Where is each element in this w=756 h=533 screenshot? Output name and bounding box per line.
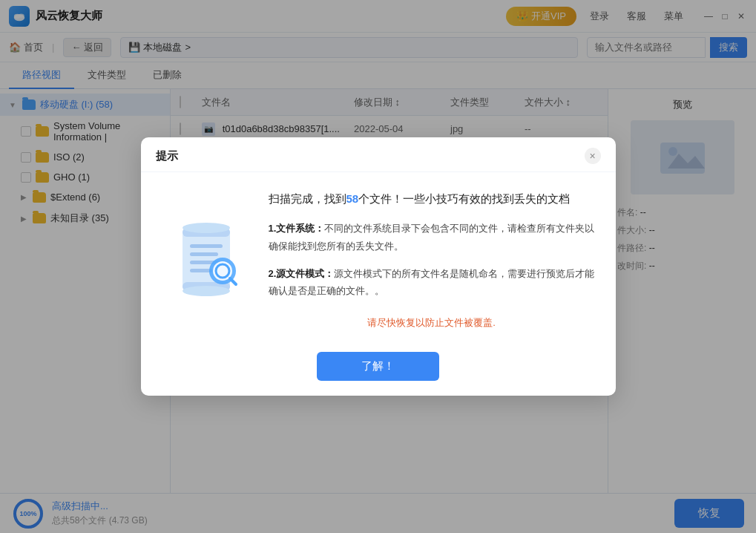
modal-dialog: 提示 × — [141, 137, 616, 396]
svg-rect-14 — [190, 269, 212, 272]
modal-content: 扫描完成，找到58个文件！一些小技巧有效的找到丢失的文档 1.文件系统：不同的文… — [269, 190, 595, 333]
point1-label: 1.文件系统： — [269, 223, 325, 234]
svg-point-20 — [183, 286, 230, 296]
modal-body: 扫描完成，找到58个文件！一些小技巧有效的找到丢失的文档 1.文件系统：不同的文… — [141, 172, 616, 344]
modal-footer: 了解！ — [141, 344, 616, 396]
modal-header: 提示 × — [141, 137, 616, 172]
modal-point-2: 2.源文件模式：源文件模式下的所有文件名是随机命名，需要进行预览后才能确认是否是… — [269, 265, 595, 300]
modal-warning: 请尽快恢复以防止文件被覆盖. — [269, 310, 595, 333]
svg-point-19 — [183, 223, 230, 233]
modal-close-button[interactable]: × — [585, 148, 601, 164]
point1-bold: 不同的文件系统目录下会包含不同的文件， — [324, 223, 507, 234]
headline-post: 个文件！一些小技巧有效的找到丢失的文档 — [358, 192, 570, 205]
modal-title: 提示 — [156, 149, 178, 163]
svg-rect-12 — [190, 252, 218, 256]
modal-illustration — [162, 190, 251, 333]
modal-overlay: 提示 × — [0, 0, 756, 533]
modal-ok-button[interactable]: 了解！ — [317, 352, 439, 381]
headline-pre: 扫描完成，找到 — [269, 192, 346, 205]
point2-label: 2.源文件模式： — [269, 268, 335, 279]
svg-line-18 — [230, 278, 236, 284]
modal-headline: 扫描完成，找到58个文件！一些小技巧有效的找到丢失的文档 — [269, 190, 595, 208]
modal-point-1: 1.文件系统：不同的文件系统目录下会包含不同的文件，请检查所有文件夹以确保能找到… — [269, 220, 595, 255]
svg-rect-11 — [190, 244, 223, 248]
point2-bold: 源文件模式下的所有文件名是随机命名， — [334, 268, 507, 279]
headline-count: 58 — [346, 192, 359, 205]
